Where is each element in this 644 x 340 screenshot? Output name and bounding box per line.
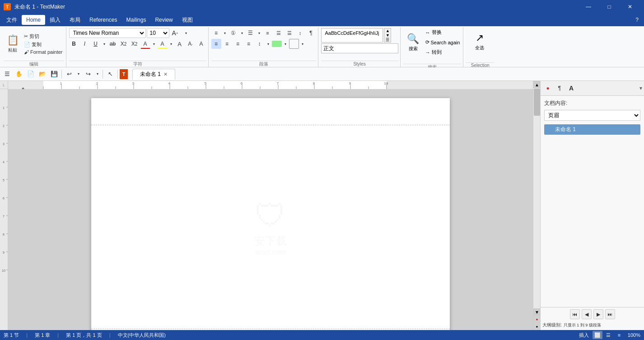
sort-button[interactable]: ↕ xyxy=(295,28,305,38)
cut-button[interactable]: ✂ 剪切 xyxy=(23,33,64,40)
document-page[interactable]: 🛡 安下载 anxz.com xyxy=(91,98,450,330)
replace-button[interactable]: ↔ 替换 xyxy=(424,28,462,37)
menu-insert[interactable]: 插入 xyxy=(45,14,65,26)
nav-last-button[interactable]: ⏭ xyxy=(605,309,615,319)
view-draft-button[interactable]: ≡ xyxy=(614,331,624,339)
nav-prev-button[interactable]: ◀ xyxy=(582,309,592,319)
align-center2-button[interactable]: ≡ xyxy=(222,39,232,49)
border-dropdown[interactable]: ▾ xyxy=(300,39,305,49)
document-tab[interactable]: 未命名 1 ✕ xyxy=(132,69,175,80)
document-area[interactable]: 1 2 3 4 5 6 xyxy=(8,81,533,330)
style-name-input[interactable]: 正文 xyxy=(321,43,398,53)
redo-dropdown[interactable]: ▾ xyxy=(94,69,101,80)
scroll-extra-btn1[interactable]: ● xyxy=(533,316,541,323)
menu-layout[interactable]: 布局 xyxy=(65,14,85,26)
menu-mailings[interactable]: Mailings xyxy=(121,15,150,25)
bold-button[interactable]: B xyxy=(69,39,79,49)
justify-button[interactable]: ☰ xyxy=(285,28,294,38)
close-button[interactable]: ✕ xyxy=(620,0,640,14)
line-spacing-button[interactable]: ↕ xyxy=(255,39,265,49)
vertical-scrollbar[interactable]: ▲ ▼ ● ● xyxy=(533,81,540,330)
font-grow-button[interactable]: A+ xyxy=(170,28,180,38)
underline-button[interactable]: U xyxy=(91,39,101,49)
highlight-dropdown[interactable]: ▾ xyxy=(168,39,174,49)
menu-references[interactable]: References xyxy=(85,15,121,25)
align-justify2-button[interactable]: ≡ xyxy=(244,39,254,49)
page-content[interactable]: 🛡 安下载 anxz.com xyxy=(91,125,450,329)
clear-format-button[interactable]: A xyxy=(196,39,206,49)
view-outline-button[interactable]: ☰ xyxy=(603,331,613,339)
shading-dropdown[interactable]: ▾ xyxy=(283,39,288,49)
goto-button[interactable]: → 转到 xyxy=(424,48,462,57)
font-size-dropdown[interactable]: ▾ xyxy=(181,28,191,38)
rp-section-select[interactable]: 页眉 xyxy=(544,110,640,121)
italic-button[interactable]: I xyxy=(80,39,90,49)
tab-close-button[interactable]: ✕ xyxy=(163,71,168,77)
scroll-up-button[interactable]: ▲ xyxy=(533,81,541,88)
maximize-button[interactable]: □ xyxy=(599,0,620,14)
scroll-extra-btn2[interactable]: ● xyxy=(533,323,541,330)
rp-tool3[interactable]: A xyxy=(566,83,577,94)
search-big-button[interactable]: 🔍 搜索 xyxy=(403,29,423,56)
status-mode: 插入 xyxy=(579,332,589,339)
hand-tool-button[interactable]: ✋ xyxy=(14,69,24,80)
select-all-button[interactable]: ↗ 全选 xyxy=(466,28,493,55)
cursor-button[interactable]: ↖ xyxy=(105,69,116,80)
font-name-select[interactable]: Times New Roman xyxy=(69,28,146,38)
menu-home[interactable]: Home xyxy=(22,15,45,25)
font-shrink-button[interactable]: A- xyxy=(186,39,196,49)
rp-doc-item[interactable]: 未命名 1 xyxy=(544,124,640,135)
shading-button[interactable] xyxy=(272,41,282,47)
underline-dropdown[interactable]: ▾ xyxy=(102,39,107,49)
numbered-list-dropdown[interactable]: ▾ xyxy=(239,28,245,38)
subscript-button[interactable]: X2 xyxy=(119,39,129,49)
align-left2-button[interactable]: ≡ xyxy=(211,39,221,49)
highlight-button[interactable]: A xyxy=(158,39,168,49)
page-footer xyxy=(91,329,450,330)
hamburger-button[interactable]: ☰ xyxy=(2,69,13,80)
superscript-button[interactable]: X2 xyxy=(130,39,140,49)
bullet-list-button[interactable]: ≡ xyxy=(211,28,221,38)
nav-first-button[interactable]: ⏮ xyxy=(570,309,580,319)
align-right-button[interactable]: ≡ xyxy=(233,39,243,49)
border-button[interactable] xyxy=(289,39,299,49)
minimize-button[interactable]: — xyxy=(578,0,599,14)
open-button[interactable]: 📂 xyxy=(37,69,48,80)
scroll-thumb[interactable] xyxy=(534,89,540,116)
rp-tool1[interactable]: ● xyxy=(542,83,553,94)
paste-button[interactable]: 📋 粘贴 xyxy=(4,32,22,56)
font-color-dropdown[interactable]: ▾ xyxy=(151,39,157,49)
undo-dropdown[interactable]: ▾ xyxy=(75,69,82,80)
search-again-label: Search again xyxy=(431,40,460,45)
font-color-button[interactable]: A xyxy=(140,39,150,49)
format-painter-button[interactable]: 🖌 Format painter xyxy=(23,49,64,55)
save-button[interactable]: 💾 xyxy=(49,69,60,80)
font-effect-button[interactable]: A xyxy=(175,39,185,49)
scroll-down-button[interactable]: ▼ xyxy=(533,308,541,316)
multilevel-list-dropdown[interactable]: ▾ xyxy=(257,28,262,38)
align-center-button[interactable]: ☰ xyxy=(274,28,284,38)
right-panel-dropdown[interactable]: ▾ xyxy=(639,85,642,91)
copy-button[interactable]: 📄 复制 xyxy=(23,41,64,48)
nav-next-button[interactable]: ▶ xyxy=(593,309,603,319)
undo-button[interactable]: ↩ xyxy=(64,69,75,80)
pilcrow-button[interactable]: ¶ xyxy=(306,28,316,38)
new-button[interactable]: 📄 xyxy=(25,69,36,80)
bullet-list-dropdown[interactable]: ▾ xyxy=(222,28,228,38)
menu-review[interactable]: Review xyxy=(150,15,177,25)
numbered-list-button[interactable]: ① xyxy=(229,28,238,38)
redo-button[interactable]: ↪ xyxy=(83,69,93,80)
view-normal-button[interactable]: ⬜ xyxy=(593,331,602,339)
align-left-button[interactable]: ≡ xyxy=(263,28,273,38)
multilevel-list-button[interactable]: ☰ xyxy=(246,28,256,38)
style-gallery-dropdown[interactable]: ▲ ▼ ☰ xyxy=(384,28,391,42)
style-preview-box[interactable]: AaBbCcDdEeFfGgHhIiJj xyxy=(321,28,383,42)
line-spacing-dropdown[interactable]: ▾ xyxy=(266,39,271,49)
menu-view[interactable]: 视图 xyxy=(177,14,197,26)
strikethrough-button[interactable]: ab xyxy=(108,39,118,49)
font-size-select[interactable]: 10 xyxy=(147,28,169,38)
search-again-button[interactable]: ⟳ Search again xyxy=(424,38,462,46)
rp-tool2[interactable]: ¶ xyxy=(554,83,565,94)
menu-file[interactable]: 文件 xyxy=(2,14,22,26)
help-button[interactable]: ? xyxy=(632,15,642,25)
